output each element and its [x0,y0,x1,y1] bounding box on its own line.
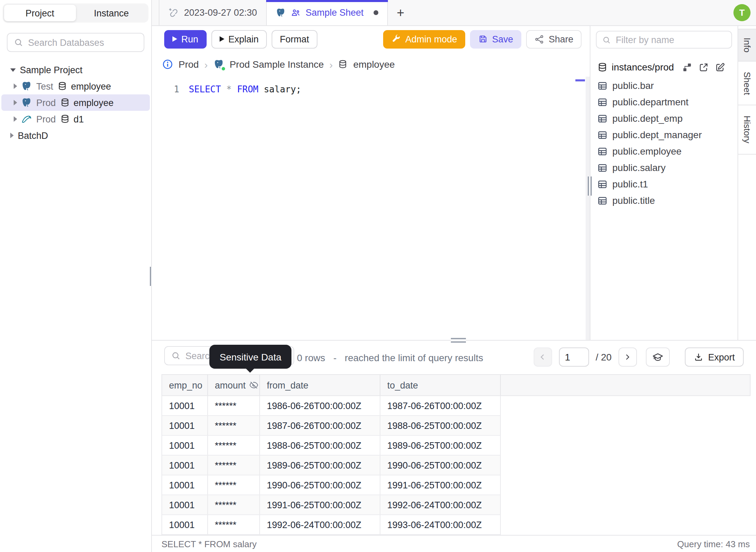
format-button[interactable]: Format [272,30,317,48]
result-cell: 1991-06-25T00:00:00Z [260,495,380,514]
postgresql-icon [213,59,224,70]
shared-people-icon [290,8,301,18]
unsaved-dot [374,10,379,15]
pagination: / 20 Export [533,347,744,367]
tree-item-test-employee[interactable]: Test employee [1,78,150,94]
sheet-tab-label: 2023-09-27 02:30 [184,8,257,18]
schema-table-item[interactable]: public.dept_emp [590,110,738,127]
schema-diagram-icon[interactable] [682,62,692,72]
chevron-right-icon: › [204,58,208,70]
result-cell: 1989-06-25T00:00:00Z [380,436,501,455]
tree-item-prod-d1[interactable]: Prod d1 [1,111,150,127]
info-icon[interactable] [162,59,173,70]
schema-table-item[interactable]: public.title [590,192,738,209]
column-header[interactable]: from_date [260,375,380,395]
save-icon [478,34,488,44]
database-icon [338,60,348,69]
database-name: d1 [74,114,84,124]
result-row[interactable]: 10001******1991-06-25T00:00:00Z1992-06-2… [162,495,501,515]
save-label: Save [492,34,513,44]
side-tab-sheet[interactable]: Sheet [738,62,756,105]
code-line: 1 SELECT * FROM salary; [152,77,590,96]
schema-filter-input[interactable]: Filter by name [596,31,732,49]
table-icon [597,146,608,156]
limit-note: reached the limit of query results [345,352,483,363]
run-button[interactable]: Run [164,30,207,48]
schema-table-item[interactable]: public.employee [590,143,738,159]
sql-keyword: SELECT [189,84,221,94]
editor-overview-ruler[interactable] [586,77,590,340]
new-sheet-button[interactable]: + [388,0,413,25]
result-cell: 1988-06-25T00:00:00Z [380,416,501,435]
tree-batch-root[interactable]: BatchD [1,127,150,144]
side-tab-history[interactable]: History [738,105,756,155]
column-header[interactable]: to_date [380,375,501,395]
result-summary: 0 rows - reached the limit of query resu… [297,341,483,374]
sql-keyword: FROM [237,84,259,94]
app-body: Search Databases Sample Project Test emp… [0,26,756,552]
save-button[interactable]: Save [470,30,521,48]
table-name: public.t1 [612,179,648,189]
editor-toolbar: Run Explain Format [152,26,590,52]
share-label: Share [549,34,573,44]
result-row[interactable]: 10001******1988-06-25T00:00:00Z1989-06-2… [162,436,501,456]
database-search[interactable]: Search Databases [7,33,144,52]
share-button[interactable]: Share [526,30,582,48]
schema-table-item[interactable]: public.t1 [590,176,738,192]
sql-editor[interactable]: 1 SELECT * FROM salary; [152,77,590,340]
instance-online-dot [221,66,225,71]
page-number-input[interactable] [559,347,589,367]
tab-project[interactable]: Project [4,5,76,21]
side-tab-info[interactable]: Info [738,29,756,62]
caret-right-icon [14,100,17,105]
database-sidebar: Search Databases Sample Project Test emp… [0,26,152,552]
prev-page-button[interactable] [533,347,552,367]
tab-instance[interactable]: Instance [76,5,147,21]
result-row[interactable]: 10001******1989-06-25T00:00:00Z1990-06-2… [162,456,501,475]
run-label: Run [181,34,198,44]
schema-database-row[interactable]: instances/prod [590,57,738,77]
external-link-icon[interactable] [699,62,709,72]
table-name: public.department [612,96,689,107]
top-bar: Project Instance 2023-09-27 02:30 Sample… [0,0,756,26]
database-path: instances/prod [612,62,674,73]
export-button[interactable]: Export [685,347,744,367]
search-placeholder: Search Databases [28,37,104,48]
sheet-tab-unsaved[interactable]: 2023-09-27 02:30 [159,0,266,25]
download-icon [694,352,703,362]
explain-button[interactable]: Explain [211,30,267,48]
caret-right-icon [14,83,17,89]
schema-panel: Filter by name instances/prod [590,26,738,340]
result-header-row: emp_no amount from_date to_date [161,374,751,396]
breadcrumb-environment[interactable]: Prod [179,59,199,70]
editor-column: Run Explain Format [152,26,590,340]
tree-item-prod-employee[interactable]: Prod employee [1,94,150,111]
database-icon [597,62,608,72]
result-row[interactable]: 10001******1990-06-25T00:00:00Z1991-06-2… [162,475,501,495]
schema-table-item[interactable]: public.salary [590,159,738,176]
column-header-masked[interactable]: amount [208,375,260,395]
next-page-button[interactable] [618,347,637,367]
result-cell: ****** [208,495,260,514]
breadcrumb-database[interactable]: employee [353,59,395,70]
breadcrumb-instance[interactable]: Prod Sample Instance [230,59,324,70]
sensitive-data-tooltip: Sensitive Data [209,345,292,369]
learn-button[interactable] [646,347,670,367]
tree-project-root[interactable]: Sample Project [1,62,150,78]
table-icon [597,130,608,140]
user-avatar[interactable]: T [733,4,751,21]
table-icon [597,80,608,91]
result-row[interactable]: 10001******1987-06-26T00:00:00Z1988-06-2… [162,416,501,436]
schema-table-item[interactable]: public.dept_manager [590,127,738,143]
result-row[interactable]: 10001******1986-06-26T00:00:00Z1987-06-2… [162,396,501,416]
schema-resize-handle[interactable] [588,176,592,196]
result-row[interactable]: 10001******1992-06-24T00:00:00Z1993-06-2… [162,515,501,535]
graduation-cap-icon [652,351,664,363]
schema-table-item[interactable]: public.department [590,94,738,110]
edit-icon[interactable] [715,62,725,72]
sheet-tab-active[interactable]: Sample Sheet [266,0,388,25]
admin-mode-button[interactable]: Admin mode [383,30,466,48]
column-header[interactable]: emp_no [162,375,208,395]
sheet-tab-label: Sample Sheet [305,8,364,18]
schema-table-item[interactable]: public.bar [590,77,738,94]
